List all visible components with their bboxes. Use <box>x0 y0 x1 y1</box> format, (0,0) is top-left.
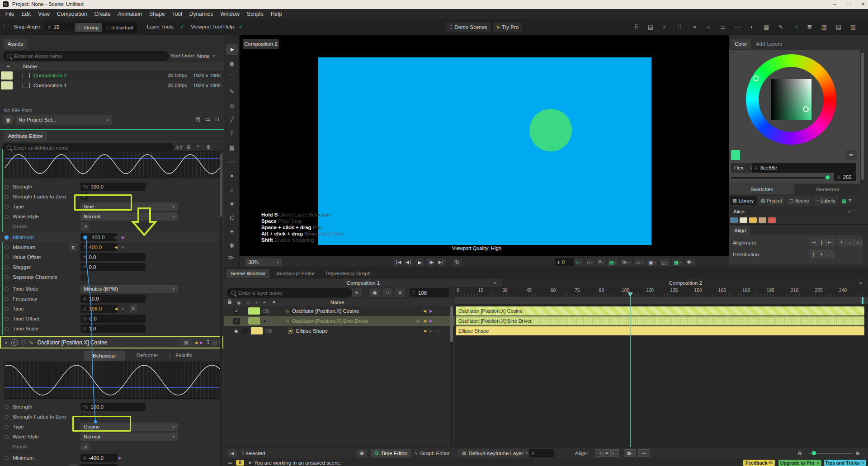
next-frame-button[interactable]: ❘▶ <box>426 258 435 266</box>
stagger-field[interactable]: #0.0 <box>80 263 146 271</box>
next-keyframe-icon[interactable]: ▶ <box>118 456 122 460</box>
upgrade-to-pro-button[interactable]: Upgrade to Pro➚ <box>778 460 821 466</box>
menu-edit[interactable]: Edit <box>18 9 34 19</box>
alpha-slider-track[interactable] <box>731 177 830 179</box>
menu-composition[interactable]: Composition <box>53 9 91 19</box>
next-keyframe-icon[interactable]: ▶ <box>122 235 125 240</box>
scene-tab-button[interactable]: ▢Scene <box>787 196 812 205</box>
swatch-chip-3[interactable] <box>759 217 766 223</box>
columns-2-icon[interactable]: ▥ <box>819 22 830 32</box>
list-icon[interactable]: ≡ <box>703 22 714 32</box>
scrollbar-thumb[interactable] <box>450 306 453 342</box>
flag-icon[interactable]: ⚑ <box>272 300 276 305</box>
prev-keyframe-icon[interactable]: ◀ <box>114 245 118 249</box>
scene-ellipse[interactable] <box>529 109 572 151</box>
go-to-start-button[interactable]: ❘◀ <box>393 258 402 266</box>
enabled-checkbox[interactable]: ✓ <box>233 308 240 315</box>
lock-icon[interactable] <box>228 301 231 304</box>
viewport-tool-help-check[interactable]: ✓ <box>239 24 243 30</box>
keyframe-radio[interactable] <box>5 205 9 209</box>
align-center-button[interactable]: ∥ <box>818 239 826 246</box>
timeline-bar-ellipse-shape[interactable]: Ellipse Shape <box>456 326 864 335</box>
frame-selection-icon[interactable]: ▣ <box>356 449 367 457</box>
add-layer-button[interactable]: + <box>352 288 362 297</box>
close-icon[interactable]: ✕ <box>493 281 497 286</box>
pen-wand-icon[interactable]: ✎ <box>775 22 786 32</box>
align-bottom-button[interactable]: ⊥ <box>854 239 862 246</box>
log-icon[interactable]: ≔ <box>228 461 232 466</box>
chevron-down-icon[interactable]: ∨ <box>5 340 8 345</box>
columns-3-icon[interactable]: ▤ <box>833 22 844 32</box>
keyframe-radio[interactable] <box>5 215 9 219</box>
next-keyframe-icon[interactable]: ▶ <box>122 306 125 311</box>
kf-snap-button[interactable]: ↦▾ <box>638 449 650 457</box>
hue-selector[interactable] <box>753 75 759 81</box>
keyframe-diamond-icon[interactable]: ◇ <box>114 235 118 240</box>
layer-color-chip[interactable] <box>251 327 263 334</box>
speaker-icon[interactable]: ♪▸ <box>574 258 583 266</box>
filter-settings-icon[interactable]: ≡ <box>395 288 405 297</box>
pin-icon[interactable]: ↧ <box>206 339 210 345</box>
rectangle-tool-icon[interactable]: ▭ <box>226 156 238 167</box>
layer-row-oscillator-sine-driver[interactable]: ✓ ∿ Oscillator [Position.X] Sine Driver … <box>224 316 455 326</box>
graph-curve-icon[interactable]: ⊿ <box>80 442 90 451</box>
new-folder-icon[interactable]: ▤ <box>195 116 200 122</box>
next-keyframe-icon[interactable]: ▶ <box>429 329 433 333</box>
duplicate-icon[interactable]: ◱▸ <box>659 258 670 266</box>
align-left-icon[interactable]: ⊣ <box>790 22 801 32</box>
separate-channels-checkbox[interactable] <box>80 273 88 281</box>
keyframe-radio[interactable] <box>5 297 9 301</box>
layer-color-chip[interactable] <box>248 307 260 315</box>
composition-tab-2[interactable]: Composition 2 ✕ <box>503 279 868 287</box>
trash-icon[interactable]: ⊔ <box>215 116 219 122</box>
prev-keyframe-icon[interactable]: ◀ <box>423 319 426 323</box>
tool-strip-expander-icon[interactable]: ≫ <box>228 254 234 261</box>
strength-field[interactable]: %100.0 <box>80 403 146 411</box>
time-field[interactable]: # 108.0 <box>80 305 118 313</box>
eyedropper-button[interactable]: ✒ <box>846 150 857 160</box>
layer-row-ellipse-shape[interactable]: ◉ Ellipse Shape ◀ ▶ ○ <box>224 326 455 336</box>
go-to-end-button[interactable]: ▶❘ <box>437 258 446 266</box>
camera-tool-icon[interactable]: ◎ <box>226 100 238 111</box>
tab-add-layers[interactable]: Add Layers <box>752 39 786 49</box>
snap-angle-field[interactable]: # 15 <box>45 23 74 31</box>
asset-search-input[interactable]: Enter an Asset name <box>3 51 169 61</box>
group-button[interactable]: ∷ Group <box>75 23 102 32</box>
kf-grid-button[interactable]: ▦▾ <box>624 449 636 457</box>
settings-tool-icon[interactable]: ✱ <box>226 240 238 251</box>
layout-icon[interactable]: ▥ <box>181 339 192 346</box>
eyedropper-icon[interactable]: ✒ <box>6 64 10 70</box>
individual-button[interactable]: ∷ Individual <box>102 23 137 32</box>
sparkle-tool-icon[interactable]: ✦ <box>226 226 238 237</box>
kf-align-right-button[interactable]: ⊢ <box>611 449 619 457</box>
viewport-zoom-dropdown[interactable]: 38%∨ <box>245 258 282 266</box>
tab-swatches[interactable]: Swatches <box>729 184 794 194</box>
prev-keyframe-icon[interactable]: ◀ <box>423 329 426 333</box>
tab-falloffs[interactable]: Falloffs <box>175 353 192 358</box>
oscillator-cosine-section-header[interactable]: ∨ ✓ ∿ Oscillator [Position.X] Cosine ▥ ◀… <box>0 336 223 348</box>
render-icon[interactable]: ◇ <box>246 300 250 305</box>
keyframe-radio[interactable] <box>5 245 9 249</box>
asset-row-composition-2[interactable]: Composition 2 30.00fps 1920 x 1080 <box>0 71 224 80</box>
keyframe-radio[interactable] <box>5 255 9 259</box>
keyframe-radio[interactable] <box>5 275 9 279</box>
keyframe-radio[interactable] <box>5 415 9 419</box>
project-tab-button[interactable]: ▤Project <box>758 196 785 205</box>
minimum-field[interactable]: -400.0 <box>80 233 118 241</box>
export-arrow-icon[interactable]: ⇥ <box>689 22 699 32</box>
lasso-tool-icon[interactable]: ⌒ <box>226 72 238 83</box>
frequency-field[interactable]: #10.0 <box>80 295 146 303</box>
align-left-button[interactable]: ⊣ <box>810 239 817 246</box>
scrollbar-thumb[interactable] <box>220 154 222 217</box>
playhead-handle[interactable] <box>627 292 633 297</box>
tab-dependency-graph[interactable]: Dependency Graph <box>321 269 375 278</box>
graph-curve-icon[interactable]: ⊿ <box>80 222 90 231</box>
previous-frame-button[interactable]: ◀❘ <box>404 258 413 266</box>
alpha-slider-knob[interactable] <box>825 175 830 180</box>
eyedropper-icon[interactable]: ✒ <box>263 300 266 305</box>
next-keyframe-icon[interactable]: ▶ <box>200 340 203 345</box>
tab-align[interactable]: Align <box>730 226 750 235</box>
warning-count-badge[interactable]: 0 <box>236 460 244 466</box>
project-set-dropdown[interactable]: No Project Set...∨ <box>15 115 112 125</box>
asset-color-chip[interactable] <box>1 81 13 89</box>
